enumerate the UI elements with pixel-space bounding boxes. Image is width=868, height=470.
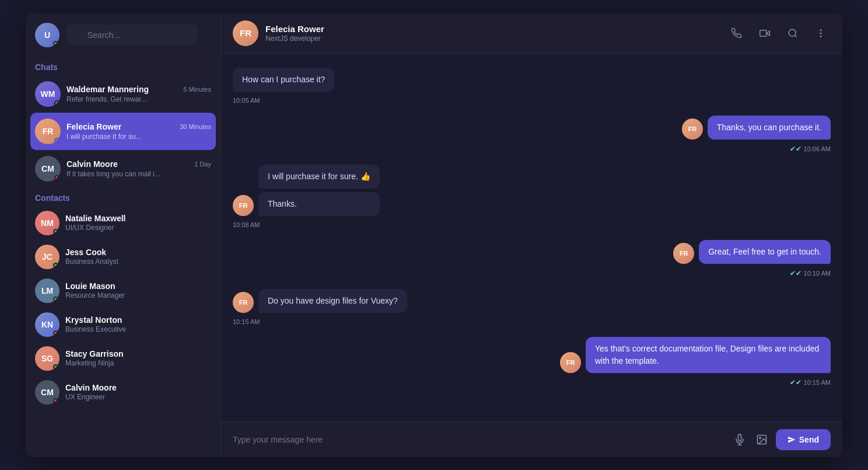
contact-role-jess: Business Analyst xyxy=(65,257,118,266)
chat-item-felecia[interactable]: FR Felecia Rower 30 Minutes I will purch… xyxy=(30,113,216,150)
send-button[interactable]: Send xyxy=(776,429,831,450)
contact-role-stacy: Marketing Ninja xyxy=(65,359,124,367)
contact-info-stacy: Stacy Garrison Marketing Ninja xyxy=(65,349,124,367)
chat-header: FR Felecia Rower NextJS developer xyxy=(221,13,842,54)
contact-name-krystal: Krystal Norton xyxy=(65,315,126,325)
message-time-2: ✔✔ 10:06 AM xyxy=(790,145,831,153)
message-time-3: 10:08 AM xyxy=(233,221,260,228)
contact-role-krystal: Business Executive xyxy=(65,325,126,333)
chat-name-calvin: Calvin Moore xyxy=(66,159,118,169)
chat-time-calvin: 1 Day xyxy=(194,161,211,168)
status-natalie xyxy=(53,229,58,234)
chat-header-status: NextJS developer xyxy=(265,34,720,43)
chat-item-calvin[interactable]: CM Calvin Moore 1 Day If it takes long y… xyxy=(30,150,216,187)
message-group-2: Thanks, you can purchase it. FR ✔✔ 10:06… xyxy=(233,116,831,153)
message-group-5: FR Do you have design files for Vuexy? 1… xyxy=(233,289,831,325)
bubble-3b: Thanks. xyxy=(258,192,380,216)
status-calvin xyxy=(54,175,60,180)
message-row-2: Thanks, you can purchase it. FR xyxy=(682,116,831,140)
chat-preview-felecia: I will purchase it for su... xyxy=(66,133,211,141)
app-container: U 🔍 Chats WM Waldemar Mannering 5 Min xyxy=(26,13,842,457)
contact-info-natalie: Natalie Maxwell UI/UX Designer xyxy=(65,214,126,232)
chat-preview-waldemar: Refer friends. Get rewar... xyxy=(66,95,211,103)
message-group-4: Great, Feel free to get in touch. FR ✔✔ … xyxy=(233,240,831,277)
avatar-jess: JC xyxy=(35,245,60,269)
bubble-1: How can I purchase it? xyxy=(233,68,334,92)
sent-avatar-6: FR xyxy=(560,352,581,373)
phone-call-button[interactable] xyxy=(727,23,747,43)
video-call-button[interactable] xyxy=(755,23,775,43)
contact-info-calvin2: Calvin Moore UX Engineer xyxy=(65,383,117,401)
svg-marker-0 xyxy=(766,31,769,36)
svg-point-5 xyxy=(820,33,821,34)
contact-info-louie: Louie Mason Resource Manager xyxy=(65,281,125,300)
chat-info-calvin: Calvin Moore 1 Day If it takes long you … xyxy=(66,159,211,178)
chats-section-title: Chats xyxy=(30,57,216,75)
recv-avatar-5: FR xyxy=(233,292,254,313)
message-time-6: ✔✔ 10:15 AM xyxy=(790,378,831,387)
contact-info-krystal: Krystal Norton Business Executive xyxy=(65,315,126,333)
avatar-felecia: FR xyxy=(35,119,61,144)
status-waldemar xyxy=(54,100,60,106)
status-felecia xyxy=(54,138,60,143)
svg-point-4 xyxy=(820,30,821,31)
avatar-calvin2: CM xyxy=(35,380,60,405)
message-group-1: How can I purchase it? 10:05 AM xyxy=(233,68,831,104)
contact-role-natalie: UI/UX Designer xyxy=(65,224,126,232)
more-options-button[interactable] xyxy=(811,23,831,43)
avatar-louie: LM xyxy=(35,278,60,303)
svg-rect-1 xyxy=(760,30,766,36)
status-calvin2 xyxy=(53,398,58,403)
svg-point-2 xyxy=(789,29,796,36)
microphone-button[interactable] xyxy=(732,431,748,448)
current-user-avatar: U xyxy=(35,23,60,47)
contact-jess[interactable]: JC Jess Cook Business Analyst xyxy=(30,240,216,274)
read-check-icon: ✔✔ xyxy=(790,145,802,153)
avatar-stacy: SG xyxy=(35,346,60,371)
message-row-5: FR Do you have design files for Vuexy? xyxy=(233,289,407,313)
recv-avatar-3: FR xyxy=(233,195,254,216)
svg-point-10 xyxy=(760,437,761,438)
sidebar-header: U 🔍 xyxy=(26,13,220,57)
header-search-button[interactable] xyxy=(783,23,803,43)
messages-area: How can I purchase it? 10:05 AM Thanks, … xyxy=(221,54,842,422)
message-input-area: Send xyxy=(221,422,842,457)
message-row-4: Great, Feel free to get in touch. FR xyxy=(673,240,831,264)
image-attach-button[interactable] xyxy=(754,431,770,448)
contact-stacy[interactable]: SG Stacy Garrison Marketing Ninja xyxy=(30,342,216,375)
read-check-icon-3: ✔✔ xyxy=(790,378,802,387)
sidebar-content: Chats WM Waldemar Mannering 5 Minutes Re… xyxy=(26,57,220,457)
contact-calvin2[interactable]: CM Calvin Moore UX Engineer xyxy=(30,375,216,409)
status-louie xyxy=(53,297,58,302)
message-group-6: Yes that's correct documentation file, D… xyxy=(233,337,831,387)
bubble-4: Great, Feel free to get in touch. xyxy=(699,240,831,264)
message-row-3a: FR I will purchase it for sure. 👍 Thanks… xyxy=(233,165,380,216)
chat-info-felecia: Felecia Rower 30 Minutes I will purchase… xyxy=(66,122,211,141)
status-jess xyxy=(53,263,58,268)
user-online-indicator xyxy=(53,41,58,46)
send-label: Send xyxy=(799,435,819,444)
chat-header-avatar: FR xyxy=(233,20,258,46)
message-input[interactable] xyxy=(233,430,726,449)
search-wrapper: 🔍 xyxy=(66,25,211,46)
search-input[interactable] xyxy=(66,25,198,46)
contact-krystal[interactable]: KN Krystal Norton Business Executive xyxy=(30,308,216,342)
bubble-5: Do you have design files for Vuexy? xyxy=(258,289,407,313)
read-check-icon-2: ✔✔ xyxy=(790,269,802,277)
status-krystal xyxy=(53,330,58,336)
bubble-6: Yes that's correct documentation file, D… xyxy=(586,337,831,373)
avatar-krystal: KN xyxy=(35,312,60,337)
message-row-6: Yes that's correct documentation file, D… xyxy=(560,337,831,373)
contact-louie[interactable]: LM Louie Mason Resource Manager xyxy=(30,274,216,308)
contact-name-jess: Jess Cook xyxy=(65,248,118,257)
message-time-1: 10:05 AM xyxy=(233,97,260,104)
header-actions xyxy=(727,23,831,43)
contact-natalie[interactable]: NM Natalie Maxwell UI/UX Designer xyxy=(30,206,216,240)
message-row-1: How can I purchase it? xyxy=(233,68,334,92)
chat-item-waldemar[interactable]: WM Waldemar Mannering 5 Minutes Refer fr… xyxy=(30,75,216,113)
bubble-3a: I will purchase it for sure. 👍 xyxy=(258,165,380,189)
chat-main: FR Felecia Rower NextJS developer xyxy=(221,13,842,457)
chat-time-waldemar: 5 Minutes xyxy=(183,86,211,93)
chat-name-waldemar: Waldemar Mannering xyxy=(66,85,149,94)
chat-preview-calvin: If it takes long you can mail i... xyxy=(66,170,211,178)
